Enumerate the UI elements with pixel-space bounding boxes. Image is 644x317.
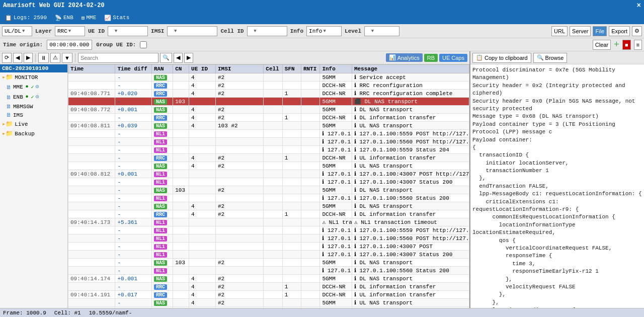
cell-info: ℹ 127.0.1.100:5560 POST http://127.0.1.1… <box>320 234 352 243</box>
analytics-button[interactable]: 📊 Analytics <box>386 53 423 62</box>
clear-button[interactable]: Clear <box>593 40 611 50</box>
settings-button[interactable]: ⚙ <box>632 26 642 36</box>
toolbar-mme[interactable]: ⊞ MME <box>78 14 99 22</box>
cell-cell <box>264 275 283 283</box>
warn-filter-button[interactable]: ⚠ <box>50 53 60 63</box>
forward-button[interactable]: ▶ <box>24 53 33 63</box>
cell-message: ℹ DL NAS transport <box>352 106 469 114</box>
col-info[interactable]: Info <box>320 65 352 73</box>
layer-dropdown[interactable]: RRC ▼ <box>55 26 85 36</box>
cell-message: ℹ UL NAS transport <box>352 122 469 130</box>
table-row[interactable]: - RRC 4 #2 1 DCCH-NR ℹ UL information tr… <box>68 154 469 162</box>
browse-button[interactable]: 🔍 Browse <box>533 53 568 63</box>
sidebar-item-monitor[interactable]: ▸📁 MONITOR <box>0 72 67 82</box>
level-label: Level <box>344 28 362 34</box>
cell-message: ℹ 127.0.1.100:5559 POST http://127.0.1.1… <box>352 130 469 138</box>
level-dropdown[interactable]: ▼ <box>364 26 399 36</box>
table-row[interactable]: 09:40:08.772 +0.001 NAS 4 #2 5GMM ℹ DL N… <box>68 106 469 114</box>
sidebar-item-live[interactable]: ▸📁 Live <box>0 119 67 129</box>
table-row[interactable]: 09:40:08.771 +0.020 RRC 4 #2 1 DCCH-NR ℹ… <box>68 90 469 98</box>
table-row[interactable]: 09:40:14.174 +0.001 NAS 4 #2 5GMM ℹ DL N… <box>68 275 469 283</box>
ueid-arrow: ▼ <box>115 29 117 34</box>
search-icon-button[interactable]: 🔍 <box>160 53 172 63</box>
cell-ran: NAS <box>151 299 173 307</box>
search-nav-left[interactable]: ◀ <box>174 53 183 63</box>
table-row[interactable]: - NL1 ℹ 127.0.1.100:5560 POST http://127… <box>68 234 469 243</box>
table-row[interactable]: - NAS 4 #2 5GMM ℹ DL NAS transport <box>68 202 469 210</box>
table-row[interactable]: - RRC 4 #2 1 DCCH-NR ℹ DL information tr… <box>68 210 469 218</box>
table-row[interactable]: - RRC 4 #2 DCCH-NR ℹ RRC reconfiguration <box>68 82 469 90</box>
pause-button[interactable]: ⏸ <box>38 53 49 63</box>
table-row[interactable]: - NL1 ℹ 127.0.1.100:5560 Status 200 ℹ 12… <box>68 267 469 275</box>
rb-button[interactable]: RB <box>424 54 438 62</box>
cellid-dropdown[interactable]: ▼ <box>247 26 287 36</box>
table-row[interactable]: - NL1 ℹ 127.0.1.100:43007 Status 200 ℹ 1… <box>68 178 469 186</box>
table-row[interactable]: - NL1 ℹ 127.0.1.100:43007 Status 200 ℹ 1… <box>68 251 469 259</box>
export-button[interactable]: Export <box>609 26 630 36</box>
cell-cn <box>173 291 189 299</box>
sidebar-item-enb[interactable]: 🗎 ENB • ✓ ⊙ <box>0 92 67 102</box>
search-nav-right[interactable]: ▶ <box>184 53 193 63</box>
misc-button[interactable]: ≡ <box>634 40 642 50</box>
add-button[interactable]: + <box>614 40 619 49</box>
table-row[interactable]: - RRC 4 #2 1 DCCH-NR ℹ DL information tr… <box>68 283 469 291</box>
group-ue-checkbox[interactable] <box>140 41 147 48</box>
table-row[interactable]: - NL1 ℹ 127.0.1.100:5559 POST http://127… <box>68 130 469 138</box>
sidebar-item-backup[interactable]: ▸📁 Backup <box>0 129 67 138</box>
layer-value: RRC <box>57 28 67 34</box>
mode-dropdown[interactable]: UL/DL ▼ <box>2 26 32 36</box>
search-input[interactable] <box>78 53 158 63</box>
time-origin-input[interactable]: 00:00:00.000 <box>47 40 92 50</box>
close-button[interactable]: × <box>637 2 641 10</box>
sidebar-item-mbmsgw[interactable]: 🗎 MBMSGW <box>0 102 67 111</box>
refresh-button[interactable]: ⟳ <box>2 53 12 63</box>
table-row[interactable]: - NAS 4 #2 5GMM ℹ Service accept <box>68 73 469 82</box>
col-message[interactable]: Message <box>352 65 469 73</box>
table-row[interactable]: 09:40:08.811 +0.039 NAS 4 103 #2 5GMM ℹ … <box>68 122 469 130</box>
col-cn[interactable]: CN <box>173 65 189 73</box>
col-imsi[interactable]: IMSI <box>215 65 263 73</box>
file-button[interactable]: File <box>593 26 607 36</box>
table-row[interactable]: - NAS 103 5GMM ⬛ DL NAS transport <box>68 98 469 106</box>
uecaps-button[interactable]: UE Caps <box>439 54 467 62</box>
col-time[interactable]: Time <box>68 65 115 73</box>
server-button[interactable]: Server <box>570 26 591 36</box>
sidebar-label-backup: Backup <box>15 131 35 137</box>
message-table-area[interactable]: Time Time diff RAN CN UE ID IMSI Cell SF… <box>68 64 469 317</box>
sidebar-item-mme[interactable]: 🗎 MME • ✓ ⊙ <box>0 82 67 92</box>
info-dropdown[interactable]: Info ▼ <box>306 26 342 36</box>
cell-message: ℹ 127.0.1.100:43007 Status 200 <box>352 251 469 259</box>
toolbar-enb[interactable]: 📡 ENB <box>52 14 76 22</box>
col-rnti[interactable]: RNTI <box>301 65 320 73</box>
table-row[interactable]: - NL1 ℹ 127.0.1.100:5560 POST http://127… <box>68 138 469 146</box>
table-row[interactable]: 09:40:14.191 +0.017 RRC 4 #2 1 DCCH-NR ℹ… <box>68 291 469 299</box>
table-row[interactable]: - NL1 ℹ 127.0.1.100:5559 Status 204 ℹ 12… <box>68 146 469 154</box>
col-ran[interactable]: RAN <box>151 65 173 73</box>
imsi-dropdown[interactable]: ▼ <box>167 26 217 36</box>
ueid-dropdown[interactable]: ▼ <box>108 26 148 36</box>
col-ueid[interactable]: UE ID <box>189 65 216 73</box>
table-row[interactable]: - NAS 4 #2 5GMM ℹ UL NAS transport <box>68 162 469 170</box>
table-row[interactable]: 09:40:08.812 +0.001 NL1 ℹ 127.0.1.100:43… <box>68 170 469 178</box>
table-row[interactable]: - NAS 103 #2 5GMM ℹ DL NAS transport <box>68 259 469 267</box>
table-row[interactable]: - NL1 ℹ 127.0.1.100:43007 POST ℹ 127.0.1… <box>68 243 469 251</box>
table-row[interactable]: - NL1 ℹ 127.0.1.100:5559 POST http://127… <box>68 226 469 234</box>
table-row[interactable]: - RRC 4 #2 1 DCCH-NR ℹ DL information tr… <box>68 114 469 122</box>
back-button[interactable]: ◀ <box>13 53 22 63</box>
cell-message: ℹ DL information transfer <box>352 283 469 291</box>
table-row[interactable]: - NAS 103 #2 5GMM ℹ DL NAS transport <box>68 186 469 194</box>
url-button[interactable]: URL <box>551 26 568 36</box>
table-row[interactable]: 09:40:14.173 +5.361 NL1 ⚠ NL1 transactio… <box>68 218 469 226</box>
copy-clipboard-button[interactable]: 📋 Copy to clipboard <box>472 53 531 63</box>
col-sfn[interactable]: SFN <box>282 65 301 73</box>
cell-info: DCCH-NR <box>320 90 352 98</box>
toolbar-stats[interactable]: 📈 Stats <box>101 14 132 22</box>
filter-button[interactable]: ▼ <box>62 53 72 63</box>
toolbar-logs[interactable]: 📋 Logs: 2590 <box>2 14 50 22</box>
table-row[interactable]: - NL1 ℹ 127.0.1.100:5560 Status 200 ℹ 12… <box>68 194 469 202</box>
stop-button[interactable]: ■ <box>622 40 631 50</box>
table-row[interactable]: - NAS 4 #2 5GMM ℹ UL NAS transport <box>68 299 469 307</box>
col-timediff[interactable]: Time diff <box>115 65 151 73</box>
col-cell[interactable]: Cell <box>264 65 283 73</box>
sidebar-item-ims[interactable]: 🗎 IMS <box>0 111 67 119</box>
